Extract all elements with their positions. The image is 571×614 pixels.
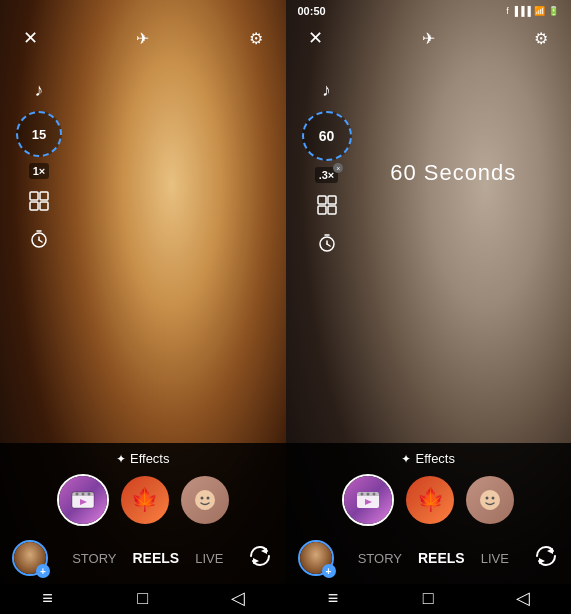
svg-rect-1: [40, 192, 48, 200]
svg-point-12: [81, 493, 84, 496]
svg-line-26: [327, 244, 330, 246]
left-effect-face[interactable]: [181, 476, 229, 524]
right-flip-icon: [533, 543, 559, 569]
right-music-icon[interactable]: ♪: [322, 80, 331, 101]
left-music-icon[interactable]: ♪: [35, 80, 44, 101]
svg-rect-21: [328, 196, 336, 204]
right-tab-story[interactable]: STORY: [358, 551, 402, 566]
right-nav-bar: ≡ □ ◁: [286, 584, 572, 614]
svg-point-32: [373, 493, 376, 496]
right-bottom-area: ✦ Effects 🍁: [286, 443, 572, 614]
right-mode-tabs: + STORY REELS LIVE: [286, 534, 572, 584]
svg-point-15: [195, 490, 215, 510]
svg-rect-23: [328, 206, 336, 214]
left-tabs-center: STORY REELS LIVE: [72, 550, 223, 566]
svg-point-35: [486, 497, 489, 500]
svg-point-34: [480, 490, 500, 510]
right-settings-button[interactable]: ⚙: [527, 24, 555, 52]
left-avatar-container: +: [12, 540, 48, 576]
left-close-button[interactable]: ✕: [16, 24, 44, 52]
left-nav-menu[interactable]: ≡: [28, 588, 68, 608]
left-grid-tool[interactable]: [23, 185, 55, 217]
left-nav-bar: ≡ □ ◁: [0, 584, 286, 614]
left-mode-tabs: + STORY REELS LIVE: [0, 534, 286, 584]
svg-point-17: [206, 497, 209, 500]
right-effects-row: ✦ Effects: [286, 443, 572, 470]
left-grid-icon: [28, 190, 50, 212]
right-tab-reels[interactable]: REELS: [418, 550, 465, 566]
left-effect-reel[interactable]: [57, 474, 109, 526]
right-status-bar: 00:50 f ▐▐▐ 📶 🔋: [286, 0, 572, 22]
left-timer-tool[interactable]: [23, 223, 55, 255]
right-effects-label[interactable]: Effects: [415, 451, 455, 466]
left-side-controls: ♪ 15 1×: [16, 80, 62, 255]
right-face-icon: [478, 488, 502, 512]
left-timer-value: 15: [32, 127, 46, 142]
right-effect-leaf-bg: 🍁: [406, 476, 454, 524]
right-nav-back[interactable]: ◁: [503, 588, 543, 608]
left-effect-leaf[interactable]: 🍁: [121, 476, 169, 524]
right-effect-reel-bg: [344, 476, 392, 524]
right-top-controls: ✕ ✈ ⚙: [286, 24, 572, 52]
svg-rect-3: [40, 202, 48, 210]
right-clock-icon: [316, 232, 338, 254]
right-timer-circle[interactable]: 60: [302, 111, 352, 161]
left-avatar-plus: +: [36, 564, 50, 578]
svg-rect-0: [30, 192, 38, 200]
right-timer-value: 60: [319, 128, 335, 144]
svg-line-6: [39, 240, 42, 242]
right-tab-live[interactable]: LIVE: [481, 551, 509, 566]
left-flash-button[interactable]: ✈: [129, 24, 157, 52]
right-reel-icon: [354, 486, 382, 514]
left-timer-circle[interactable]: 15: [16, 111, 62, 157]
left-flip-icon: [247, 543, 273, 569]
left-tab-story[interactable]: STORY: [72, 551, 116, 566]
left-effects-row: ✦ Effects: [0, 443, 286, 470]
face-icon: [193, 488, 217, 512]
left-settings-button[interactable]: ⚙: [242, 24, 270, 52]
right-sparkle-icon: ✦: [401, 452, 411, 466]
left-effect-reel-bg: [59, 476, 107, 524]
right-flash-button[interactable]: ✈: [414, 24, 442, 52]
left-clock-icon: [28, 228, 50, 250]
left-tab-reels[interactable]: REELS: [132, 550, 179, 566]
svg-point-13: [87, 493, 90, 496]
left-speed-badge[interactable]: 1×: [29, 163, 50, 179]
left-top-controls: ✕ ✈ ⚙: [0, 24, 286, 52]
right-effect-face[interactable]: [466, 476, 514, 524]
right-avatar-plus: +: [322, 564, 336, 578]
right-close-button[interactable]: ✕: [302, 24, 330, 52]
right-grid-icon: [316, 194, 338, 216]
right-timer-tool[interactable]: [311, 227, 343, 259]
left-effects-icons: 🍁: [0, 470, 286, 534]
right-effect-leaf[interactable]: 🍁: [406, 476, 454, 524]
svg-rect-2: [30, 202, 38, 210]
left-effects-label[interactable]: Effects: [130, 451, 170, 466]
right-effect-face-bg: [466, 476, 514, 524]
right-battery-icon: 🔋: [548, 6, 559, 16]
left-nav-home[interactable]: □: [123, 588, 163, 608]
right-grid-tool[interactable]: [311, 189, 343, 221]
right-status-icons: f ▐▐▐ 📶 🔋: [506, 6, 559, 16]
left-bottom-area: ✦ Effects 🍁: [0, 443, 286, 614]
right-panel: 00:50 f ▐▐▐ 📶 🔋 ✕ ✈ ⚙ ♪ 60 .3× ×: [286, 0, 572, 614]
right-effect-reel[interactable]: [342, 474, 394, 526]
svg-point-31: [367, 493, 370, 496]
right-nav-home[interactable]: □: [408, 588, 448, 608]
svg-rect-22: [318, 206, 326, 214]
right-signal-icon: ▐▐▐: [512, 6, 531, 16]
right-tabs-center: STORY REELS LIVE: [358, 550, 509, 566]
left-effect-leaf-bg: 🍁: [121, 476, 169, 524]
left-panel: ✕ ✈ ⚙ ♪ 15 1× ✦: [0, 0, 286, 614]
right-flip-camera[interactable]: [533, 543, 559, 574]
left-tab-live[interactable]: LIVE: [195, 551, 223, 566]
right-wifi-icon: 📶: [534, 6, 545, 16]
svg-point-30: [361, 493, 364, 496]
left-nav-back[interactable]: ◁: [218, 588, 258, 608]
left-flip-camera[interactable]: [247, 543, 273, 574]
left-effect-face-bg: [181, 476, 229, 524]
right-seconds-label: 60 Seconds: [286, 160, 572, 186]
svg-point-11: [75, 493, 78, 496]
svg-point-36: [492, 497, 495, 500]
right-nav-menu[interactable]: ≡: [313, 588, 353, 608]
